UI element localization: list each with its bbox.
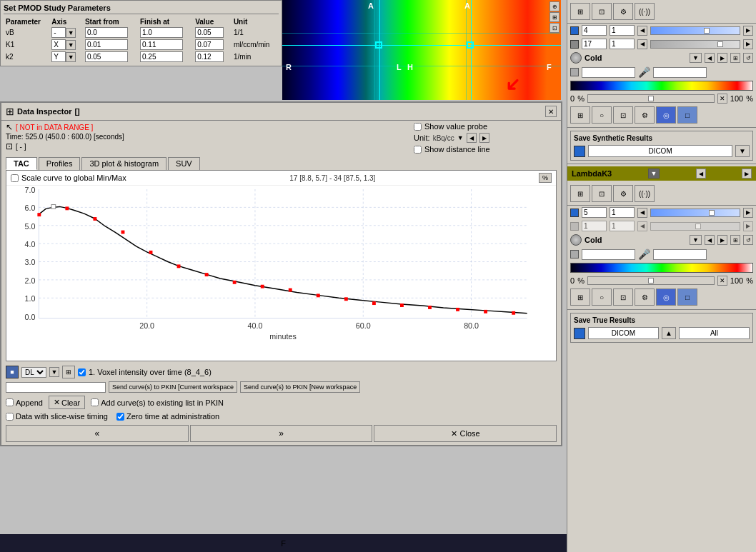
slider3-val1[interactable]: 5 <box>582 207 607 218</box>
slider3-right[interactable]: ▶ <box>743 208 753 218</box>
lambdak3-next[interactable]: ▶ <box>742 169 752 179</box>
range-thumb-1[interactable] <box>648 96 654 101</box>
zero-time-checkbox[interactable] <box>116 413 124 421</box>
cursor-icon[interactable]: ↖ <box>6 122 13 132</box>
slider4-track[interactable] <box>650 222 740 231</box>
colormap-btn2[interactable]: ↺ <box>743 53 753 63</box>
img-btn-1[interactable]: ⊕ <box>549 1 559 11</box>
range-thumb-2[interactable] <box>648 278 654 283</box>
sec-btn-5[interactable]: ◎ <box>656 106 676 124</box>
slider1-thumb[interactable] <box>704 28 710 34</box>
sec2-btn-3[interactable]: ⊡ <box>613 288 633 306</box>
range-x-btn-2[interactable]: ✕ <box>717 276 727 286</box>
show-probe-checkbox[interactable] <box>414 123 422 131</box>
slider2-right[interactable]: ▶ <box>743 39 753 49</box>
slider4-val2[interactable]: 1 <box>610 221 635 231</box>
unit-next[interactable]: ▶ <box>479 133 489 143</box>
nav-prev-btn[interactable]: « <box>6 425 189 442</box>
sec-btn-1[interactable]: ⊞ <box>570 106 590 124</box>
sec2-btn-5[interactable]: ◎ <box>656 288 676 306</box>
sec2-btn-1[interactable]: ⊞ <box>570 288 590 306</box>
colormap-prev-2[interactable]: ◀ <box>705 235 715 245</box>
slider1-val1[interactable]: 4 <box>582 25 607 36</box>
tab-tac[interactable]: TAC <box>6 157 37 170</box>
slider3-left[interactable]: ◀ <box>637 208 647 218</box>
slider4-val1[interactable]: 1 <box>582 221 607 231</box>
add-to-list-checkbox[interactable] <box>91 398 99 406</box>
slider2-left[interactable]: ◀ <box>637 39 647 49</box>
tab-suv[interactable]: SUV <box>168 157 200 170</box>
inspector-close-btn[interactable]: ✕ <box>545 106 557 117</box>
toolbar-btn-3[interactable]: ⚙ <box>613 3 633 20</box>
lambdak3-dropdown[interactable]: ▼ <box>648 169 660 179</box>
close-btn-bottom[interactable]: ✕ Close <box>374 425 557 442</box>
toolbar-btn-4[interactable]: ((·)) <box>635 3 655 20</box>
range-x-btn-1[interactable]: ✕ <box>717 94 727 104</box>
toolbar2-btn-4[interactable]: ((·)) <box>635 185 655 202</box>
clear-btn[interactable]: ✕ Clear <box>49 396 85 409</box>
toolbar-btn-2[interactable]: ⊡ <box>592 3 612 20</box>
img-btn-2[interactable]: ⊞ <box>549 12 559 22</box>
slider2-val1[interactable]: 17 <box>582 39 607 49</box>
sec-btn-2[interactable]: ○ <box>592 106 612 124</box>
value-input-3[interactable]: 0.0008 <box>582 249 635 260</box>
curve-visible-checkbox[interactable] <box>78 368 86 376</box>
range-slider-1[interactable] <box>587 94 715 103</box>
slider4-right[interactable]: ▶ <box>743 221 753 231</box>
save-true-arrow[interactable]: ▲ <box>662 327 676 339</box>
finish-input[interactable] <box>140 51 183 62</box>
sec2-btn-4[interactable]: ⚙ <box>635 288 655 306</box>
value-input-4[interactable]: 0.088 <box>653 249 707 260</box>
save-synthetic-dicom[interactable]: DICOM <box>588 145 732 157</box>
slider1-val2[interactable]: 1 <box>610 25 635 36</box>
value-input-1[interactable]: 0.000138 <box>582 67 635 78</box>
slider1-right[interactable]: ▶ <box>743 26 753 36</box>
slider2-track[interactable] <box>650 40 740 49</box>
show-distance-checkbox[interactable] <box>414 146 422 154</box>
tab-profiles[interactable]: Profiles <box>39 157 81 170</box>
save-true-all[interactable]: All <box>679 327 750 339</box>
slider3-val2[interactable]: 1 <box>610 207 635 218</box>
colormap-btn2-2[interactable]: ↺ <box>743 235 753 245</box>
curve-name-input[interactable]: Point_ROI_8_4_6 <box>6 382 106 393</box>
colormap-next-2[interactable]: ▶ <box>717 235 727 245</box>
scale-checkbox[interactable] <box>11 174 19 182</box>
save-synthetic-arrow[interactable]: ▼ <box>735 145 750 157</box>
colormap-btn1-2[interactable]: ⊞ <box>730 235 740 245</box>
axis-dropdown-btn[interactable]: ▼ <box>66 40 76 50</box>
value-input[interactable] <box>195 51 224 62</box>
slider3-thumb[interactable] <box>709 210 715 216</box>
curve-table-btn[interactable]: ⊞ <box>62 366 75 378</box>
slice-wise-checkbox[interactable] <box>6 413 14 421</box>
sec-btn-3[interactable]: ⊡ <box>613 106 633 124</box>
start-input[interactable] <box>85 51 128 62</box>
colormap-btn1[interactable]: ⊞ <box>730 53 740 63</box>
percent-btn[interactable]: % <box>539 173 552 183</box>
slider2-thumb[interactable] <box>717 41 723 47</box>
toolbar2-btn-3[interactable]: ⚙ <box>613 185 633 202</box>
unit-prev[interactable]: ◀ <box>467 133 477 143</box>
frame-icon[interactable]: ⊡ <box>6 141 13 151</box>
sec-btn-4[interactable]: ⚙ <box>635 106 655 124</box>
slider2-val2[interactable]: 1 <box>610 39 635 49</box>
curve-down-btn[interactable]: ▼ <box>49 367 59 377</box>
curve-color-btn[interactable]: ■ <box>6 366 19 378</box>
value-input[interactable] <box>195 39 224 50</box>
toolbar2-btn-1[interactable]: ⊞ <box>570 185 590 202</box>
finish-input[interactable] <box>140 39 183 50</box>
toolbar-btn-1[interactable]: ⊞ <box>570 3 590 20</box>
lambdak3-prev[interactable]: ◀ <box>696 169 706 179</box>
dl-select[interactable]: DL <box>21 367 46 378</box>
slider4-thumb[interactable] <box>695 224 701 229</box>
finish-input[interactable] <box>140 27 183 38</box>
save-true-dicom[interactable]: DICOM <box>588 327 659 339</box>
colormap-next[interactable]: ▶ <box>717 53 727 63</box>
value-input[interactable] <box>195 27 224 38</box>
axis-input[interactable] <box>51 51 66 62</box>
tab-3d-histogram[interactable]: 3D plot & histogram <box>81 157 166 170</box>
nav-next-btn[interactable]: » <box>190 425 373 442</box>
toolbar2-btn-2[interactable]: ⊡ <box>592 185 612 202</box>
axis-input[interactable] <box>51 27 66 38</box>
slider3-track[interactable] <box>650 209 740 217</box>
colormap-dropdown[interactable]: ▼ <box>690 53 702 63</box>
